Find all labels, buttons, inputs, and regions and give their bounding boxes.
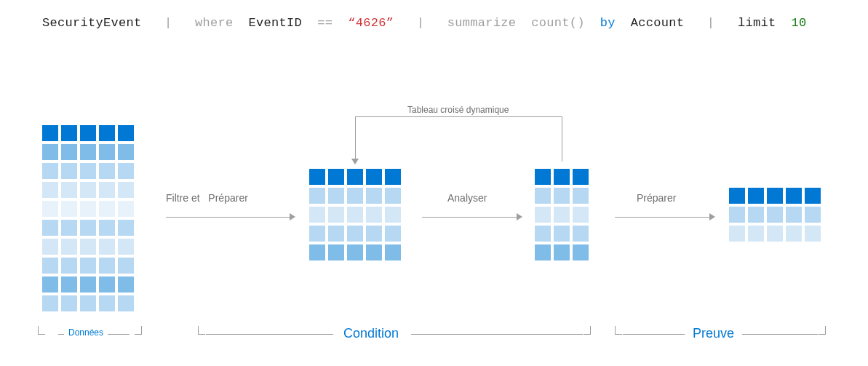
grid-cell xyxy=(61,182,77,198)
grid-cell xyxy=(385,207,401,223)
grid-cell xyxy=(786,207,802,223)
grid-cell xyxy=(61,295,77,311)
token-pipe: | xyxy=(707,16,715,30)
grid-cell xyxy=(80,163,96,179)
grid-cell xyxy=(328,169,344,185)
grid-cell xyxy=(366,207,382,223)
token-where: where xyxy=(195,16,234,30)
grid-cell xyxy=(99,144,115,160)
token-eq: == xyxy=(317,16,333,30)
grid-cell xyxy=(366,169,382,185)
grid-cell xyxy=(61,125,77,141)
data-grid-donnees xyxy=(42,125,134,311)
grid-cell xyxy=(767,188,783,204)
grid-cell xyxy=(99,125,115,141)
grid-cell xyxy=(729,226,745,242)
grid-cell xyxy=(80,144,96,160)
grid-cell xyxy=(80,258,96,274)
grid-cell xyxy=(729,207,745,223)
grid-cell xyxy=(118,258,134,274)
grid-cell xyxy=(99,258,115,274)
grid-cell xyxy=(805,207,821,223)
grid-cell xyxy=(366,226,382,242)
grid-cell xyxy=(309,226,325,242)
grid-cell xyxy=(748,226,764,242)
arrow-line xyxy=(166,217,290,218)
grid-cell xyxy=(366,188,382,204)
grid-cell xyxy=(80,277,96,293)
grid-cell xyxy=(80,182,96,198)
data-grid-summarized xyxy=(535,169,589,260)
token-limit-n: 10 xyxy=(791,16,806,30)
grid-cell xyxy=(805,226,821,242)
grid-cell xyxy=(118,125,134,141)
grid-cell xyxy=(42,258,58,274)
grid-cell xyxy=(328,226,344,242)
grid-cell xyxy=(385,226,401,242)
grid-cell xyxy=(99,220,115,236)
grid-cell xyxy=(42,295,58,311)
grid-cell xyxy=(42,220,58,236)
grid-cell xyxy=(99,182,115,198)
grid-cell xyxy=(118,239,134,255)
grid-cell xyxy=(554,226,570,242)
grid-cell xyxy=(554,244,570,260)
grid-cell xyxy=(80,125,96,141)
grid-cell xyxy=(309,244,325,260)
grid-cell xyxy=(385,188,401,204)
data-grid-result xyxy=(729,188,821,242)
grid-cell xyxy=(347,207,363,223)
grid-cell xyxy=(748,207,764,223)
bracket-dash xyxy=(108,334,130,335)
token-pipe: | xyxy=(164,16,172,30)
grid-cell xyxy=(118,277,134,293)
grid-cell xyxy=(61,201,77,217)
arrow-line xyxy=(615,217,709,218)
grid-cell xyxy=(535,244,551,260)
bracket-line xyxy=(206,334,333,335)
grid-cell xyxy=(767,226,783,242)
token-pipe: | xyxy=(417,16,425,30)
bracket-label-proof: Preuve xyxy=(693,326,734,341)
grid-cell xyxy=(61,144,77,160)
grid-cell xyxy=(535,169,551,185)
pivot-connector-horiz xyxy=(355,116,562,117)
grid-cell xyxy=(328,244,344,260)
token-account: Account xyxy=(631,16,685,30)
arrow-label-prepare: Préparer xyxy=(637,192,676,204)
grid-cell xyxy=(61,163,77,179)
token-by: by xyxy=(600,16,616,30)
grid-cell xyxy=(535,226,551,242)
grid-cell xyxy=(118,163,134,179)
bracket-dash xyxy=(58,334,64,335)
grid-cell xyxy=(573,169,589,185)
grid-cell xyxy=(573,207,589,223)
arrow-line xyxy=(422,217,517,218)
grid-cell xyxy=(767,207,783,223)
grid-cell xyxy=(347,188,363,204)
grid-cell xyxy=(118,201,134,217)
grid-cell xyxy=(385,169,401,185)
token-summarize: summarize xyxy=(447,16,517,30)
pivot-label: Tableau croisé dynamique xyxy=(407,105,509,115)
grid-cell xyxy=(80,201,96,217)
bracket-label-condition: Condition xyxy=(343,326,399,341)
grid-cell xyxy=(328,188,344,204)
grid-cell xyxy=(42,144,58,160)
grid-cell xyxy=(347,226,363,242)
token-limit: limit xyxy=(738,16,776,30)
arrow-label-filter: Filtre et Préparer xyxy=(166,192,248,204)
grid-cell xyxy=(99,239,115,255)
token-eventid: EventID xyxy=(249,16,303,30)
arrow-head-down-icon xyxy=(351,159,359,164)
grid-cell xyxy=(80,220,96,236)
grid-cell xyxy=(366,244,382,260)
grid-cell xyxy=(535,207,551,223)
grid-cell xyxy=(118,220,134,236)
arrow-head-icon xyxy=(709,213,715,220)
grid-cell xyxy=(61,258,77,274)
grid-cell xyxy=(80,239,96,255)
grid-cell xyxy=(99,295,115,311)
grid-cell xyxy=(99,201,115,217)
grid-cell xyxy=(729,188,745,204)
